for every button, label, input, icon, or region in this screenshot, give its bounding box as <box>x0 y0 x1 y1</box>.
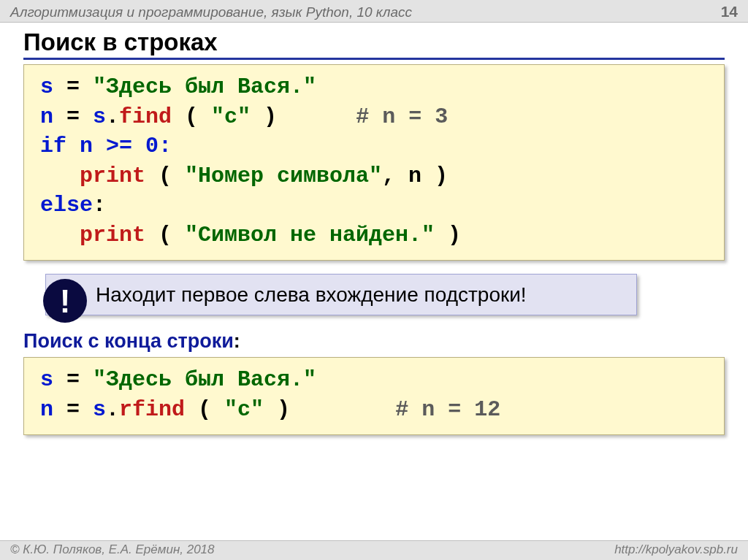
code-token: ( <box>172 104 211 129</box>
code-indent <box>40 164 80 188</box>
code-token: ( <box>145 223 185 248</box>
footer-url: http://kpolyakov.spb.ru <box>614 542 738 557</box>
code-indent <box>40 223 80 248</box>
code-token: = <box>53 104 93 129</box>
code-keyword: if <box>40 134 66 158</box>
code-token: ) <box>264 397 395 422</box>
header-bar: Алгоритмизация и программирование, язык … <box>0 0 748 23</box>
callout-note: ! Находит первое слева вхождение подстро… <box>45 274 637 315</box>
code-string: "Здесь был Вася." <box>93 74 316 99</box>
exclamation-icon: ! <box>43 279 87 323</box>
code-token: , n ) <box>382 164 448 188</box>
code-string: "Здесь был Вася." <box>93 367 316 392</box>
slide: Алгоритмизация и программирование, язык … <box>0 0 748 560</box>
code-string: "Номер символа" <box>185 164 382 188</box>
callout-text: Находит первое слева вхождение подстроки… <box>96 282 527 307</box>
code-comment: # n = 3 <box>356 104 448 129</box>
code-token: ) <box>435 223 461 248</box>
code-token: = <box>53 397 93 422</box>
header-subject: Алгоритмизация и программирование, язык … <box>10 4 412 20</box>
code-token: . <box>106 104 119 129</box>
code-token: s <box>93 397 106 422</box>
code-func: rfind <box>119 397 185 422</box>
code-token: s <box>40 74 53 99</box>
code-token: = <box>53 367 93 392</box>
code-token: : <box>93 193 106 218</box>
subheading: Поиск с конца строки: <box>23 330 725 353</box>
code-func: print <box>80 164 145 188</box>
code-token: ) <box>251 104 356 129</box>
code-token: n <box>40 397 53 422</box>
code-token: ( <box>185 397 224 422</box>
code-token: ( <box>145 164 185 188</box>
code-token: s <box>40 367 53 392</box>
code-block-find: s = "Здесь был Вася." n = s.find ( "с" )… <box>23 64 725 261</box>
code-token: = <box>53 74 93 99</box>
code-keyword: else <box>40 193 93 218</box>
code-token: . <box>106 397 119 422</box>
footer-bar: © К.Ю. Поляков, Е.А. Ерёмин, 2018 http:/… <box>0 540 748 560</box>
code-string: "с" <box>224 397 264 422</box>
code-token: n >= 0: <box>66 134 172 158</box>
content-area: Поиск в строках s = "Здесь был Вася." n … <box>0 23 748 435</box>
subheading-text: Поиск с конца строки <box>23 330 234 352</box>
footer-copyright: © К.Ю. Поляков, Е.А. Ерёмин, 2018 <box>10 542 215 557</box>
subheading-colon: : <box>234 330 240 352</box>
code-func: find <box>119 104 172 129</box>
code-token: n <box>40 104 53 129</box>
code-string: "Символ не найден." <box>185 223 435 248</box>
code-func: print <box>80 223 145 248</box>
code-comment: # n = 12 <box>395 397 500 422</box>
page-title: Поиск в строках <box>23 28 725 60</box>
code-token: s <box>93 104 106 129</box>
code-block-rfind: s = "Здесь был Вася." n = s.rfind ( "с" … <box>23 357 725 435</box>
code-string: "с" <box>211 104 251 129</box>
page-number: 14 <box>721 3 738 20</box>
